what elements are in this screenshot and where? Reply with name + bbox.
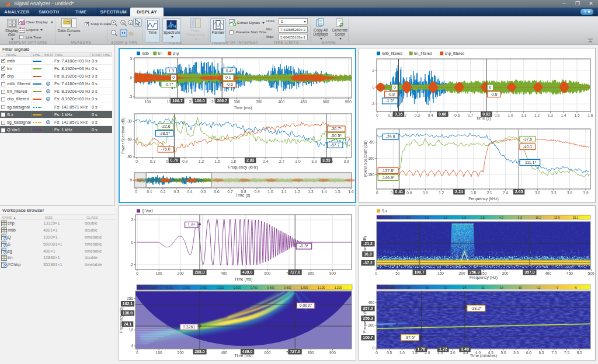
svg-text:chp: chp [173,51,179,56]
svg-text:1.5: 1.5 [574,113,579,117]
svg-text:Power Spectrum (dB): Power Spectrum (dB) [121,117,126,153]
svg-text:800: 800 [308,351,314,355]
svg-text:3.3: 3.3 [311,159,317,163]
svg-text:100.0: 100.0 [194,99,205,103]
svg-text:0.6: 0.6 [425,216,429,219]
svg-text:166.7: 166.7 [172,99,183,103]
svg-text:mtlb_filtered: mtlb_filtered [382,51,403,56]
svg-text:357.0: 357.0 [524,270,535,274]
svg-text:162.1: 162.1 [123,302,133,306]
svg-text:0.1: 0.1 [225,75,231,79]
svg-text:-3: -3 [128,94,132,99]
svg-text:Time (minutes): Time (minutes) [470,354,497,358]
svg-text:150: 150 [437,271,444,275]
svg-text:-2: -2 [130,262,133,267]
svg-text:1.3: 1.3 [308,190,313,194]
svg-text:0.6: 0.6 [454,113,460,117]
svg-text:-28.5*: -28.5* [159,131,170,135]
svg-text:3.9: 3.9 [343,159,349,163]
svg-text:-24: -24 [462,286,466,289]
svg-text:0.3: 0.3 [173,190,179,194]
svg-text:7.5: 7.5 [564,351,569,355]
svg-text:800: 800 [308,271,314,275]
svg-text:288.0: 288.0 [194,270,205,274]
svg-text:288.0: 288.0 [194,349,205,354]
svg-text:0: 0 [372,85,374,89]
svg-text:0.0027: 0.0027 [300,303,312,307]
svg-text:0.800: 0.800 [267,286,275,289]
svg-text:6.0: 6.0 [526,351,531,355]
svg-text:-90: -90 [127,155,133,159]
svg-text:Q.Var1: Q.Var1 [142,209,154,214]
svg-text:0: 0 [489,85,492,89]
svg-text:-30: -30 [425,286,429,289]
svg-text:727.0: 727.0 [290,270,300,274]
svg-text:5.0: 5.0 [500,351,506,355]
svg-text:500: 500 [323,100,329,104]
svg-text:0.9: 0.9 [423,191,428,195]
svg-text:-0.8: -0.8 [388,92,395,96]
svg-text:-6: -6 [574,286,577,289]
svg-text:S.x: S.x [382,209,388,213]
svg-text:-36.7*: -36.7* [331,127,342,131]
svg-text:0.4: 0.4 [406,216,411,219]
svg-text:-33: -33 [406,286,410,289]
svg-text:100: 100 [156,351,162,355]
svg-text:1.5: 1.5 [215,159,220,163]
svg-text:1.4: 1.4 [561,113,566,117]
svg-text:200: 200 [178,271,184,275]
svg-text:0.6: 0.6 [406,191,412,195]
svg-text:900: 900 [329,351,336,355]
svg-text:550: 550 [345,100,352,104]
svg-text:1.4: 1.4 [321,190,326,194]
svg-text:-0.8: -0.8 [491,92,498,96]
svg-text:0: 0 [172,75,175,79]
svg-text:0.6: 0.6 [214,190,219,194]
svg-text:0.400: 0.400 [200,286,207,289]
svg-text:3: 3 [130,57,132,61]
svg-text:200: 200 [368,323,374,327]
svg-text:1.2: 1.2 [294,190,300,194]
svg-text:0: 0 [135,190,137,194]
svg-text:2.5: 2.5 [481,216,485,219]
svg-text:0.900: 0.900 [284,286,291,289]
svg-text:1.2: 1.2 [199,159,204,163]
svg-text:-2: -2 [371,102,374,106]
svg-text:-40.1: -40.1 [523,145,532,149]
svg-text:3.3: 3.3 [551,191,557,195]
svg-text:1.2: 1.2 [439,191,444,195]
svg-text:1.0: 1.0 [399,351,405,355]
svg-text:600: 600 [265,271,271,275]
svg-text:8.0: 8.0 [577,351,582,355]
svg-text:256.3: 256.3 [470,270,480,274]
svg-text:15.9: 15.9 [554,216,560,219]
svg-text:400: 400 [278,100,284,104]
svg-text:50: 50 [395,271,400,275]
svg-text:16.0: 16.0 [364,252,372,256]
svg-text:100: 100 [145,100,151,104]
svg-text:300: 300 [502,271,509,275]
svg-text:200: 200 [459,271,465,275]
svg-text:-27: -27 [443,286,447,289]
svg-text:0.5: 0.5 [387,351,392,355]
svg-text:0.100: 0.100 [150,286,157,289]
svg-text:300: 300 [234,100,240,104]
svg-text:Frequency (kHz): Frequency (kHz) [228,165,258,170]
svg-text:1.000: 1.000 [301,286,308,289]
svg-text:0: 0 [131,240,133,244]
svg-text:2: 2 [131,218,133,222]
svg-text:6.3: 6.3 [518,216,522,219]
svg-text:-36 (dB): -36 (dB) [384,286,395,289]
svg-text:-146.9*: -146.9* [381,176,395,180]
svg-text:500: 500 [588,271,594,275]
svg-text:0.1: 0.1 [388,113,393,117]
svg-text:-38.2*: -38.2* [471,306,482,310]
svg-text:1.5: 1.5 [335,190,340,194]
svg-text:0: 0 [130,178,132,182]
svg-text:0: 0 [394,85,396,89]
svg-text:1.6: 1.6 [462,216,466,219]
svg-text:0.70: 0.70 [171,158,179,162]
svg-text:0.200: 0.200 [166,286,174,289]
svg-text:trn: trn [158,51,163,55]
svg-text:-100: -100 [367,156,374,160]
